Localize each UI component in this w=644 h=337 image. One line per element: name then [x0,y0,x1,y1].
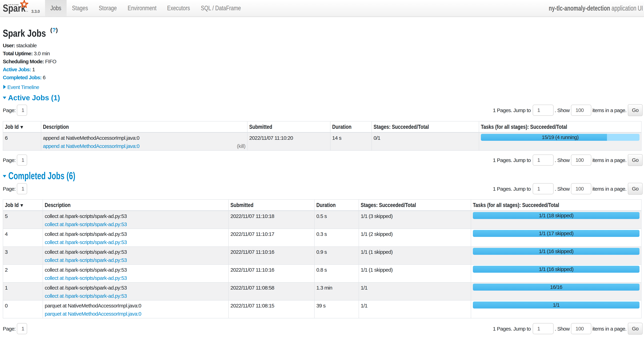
svg-text:TM: TM [26,10,28,12]
